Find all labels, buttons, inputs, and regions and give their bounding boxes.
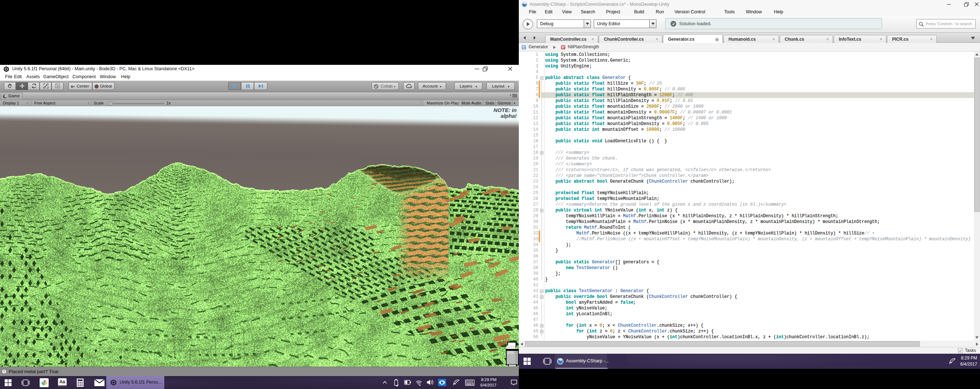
svg-text:C: C	[523, 46, 525, 49]
svg-text:F: F	[562, 46, 564, 49]
